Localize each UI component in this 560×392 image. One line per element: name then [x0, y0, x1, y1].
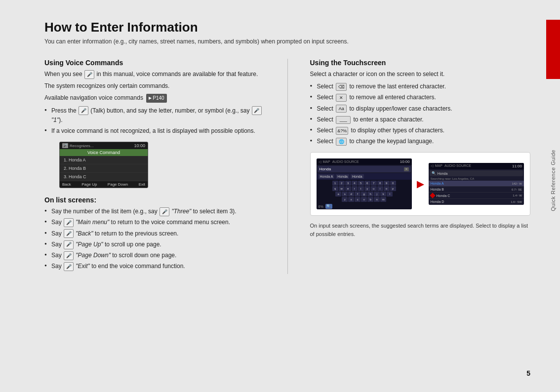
backspace-btn-icon[interactable]: ⌫ — [336, 83, 347, 91]
footer-pageup[interactable]: Page Up — [81, 182, 97, 187]
two-column-layout: Using Voice Commands When you see 🎤 in t… — [44, 59, 530, 274]
key-g[interactable]: g — [361, 192, 367, 196]
voice-screen-time: 10:00 — [134, 143, 145, 148]
ds-left-search[interactable]: Honda ✕ — [318, 166, 411, 172]
key-4[interactable]: 4 — [352, 181, 358, 186]
p140-badge[interactable]: P140 — [146, 94, 166, 103]
footer-pagedown[interactable]: Page Down — [108, 182, 128, 187]
key-b[interactable]: b — [367, 197, 373, 202]
key-p[interactable]: p — [390, 186, 396, 191]
arrow-icon: ▶ — [417, 179, 424, 190]
key-u[interactable]: u — [371, 186, 377, 191]
key-k[interactable]: k — [380, 192, 386, 196]
ds-right-search-text: Honda — [438, 172, 448, 175]
footer-back[interactable]: Back — [62, 182, 71, 187]
touch-bullet-1: Select ⌫ to remove the last entered char… — [310, 82, 531, 91]
ds-left-search-text: Honda — [320, 167, 331, 171]
voice-commands-section: Using Voice Commands When you see 🎤 in t… — [44, 59, 265, 136]
symbols-btn-icon[interactable]: &?% — [336, 127, 348, 135]
voice-screen-footer: Back Page Up Page Down Exit — [60, 181, 148, 188]
ds-key-row-4: z x c v b n m — [318, 197, 411, 202]
key-n[interactable]: n — [374, 197, 380, 202]
ds-left-nav-map-label: MAP — [323, 160, 330, 164]
key-j[interactable]: j — [374, 192, 380, 196]
key-a[interactable]: a — [335, 192, 341, 196]
ds-result-4[interactable]: Honda D 1.6↑ SW — [429, 199, 524, 205]
voice-item-2: 2. Honda B — [60, 164, 148, 173]
key-m[interactable]: m — [380, 197, 386, 202]
ds-right-search[interactable]: 🔍 Honda — [430, 170, 523, 176]
key-9[interactable]: 9 — [384, 181, 390, 186]
key-f[interactable]: f — [355, 192, 360, 196]
key-1[interactable]: 1 — [332, 181, 338, 186]
touchscreen-intro: Select a character or icon on the screen… — [310, 70, 531, 79]
voice-icon-inline: 🎤 — [84, 70, 94, 79]
key-l[interactable]: l — [387, 192, 393, 196]
ds-result-name-1: Honda A — [431, 182, 444, 185]
ds-result-dist-4: 1.6↑ SW — [511, 200, 522, 203]
key-t[interactable]: t — [358, 186, 364, 191]
ds-left-clear[interactable]: ✕ — [404, 167, 409, 171]
case-btn-icon[interactable]: Aa — [336, 105, 347, 113]
ds-suggest-2[interactable]: Honda — [336, 174, 349, 179]
key-v[interactable]: v — [361, 197, 367, 202]
key-2[interactable]: 2 — [339, 181, 345, 186]
key-6[interactable]: 6 — [364, 181, 370, 186]
ds-left-footer: 6% 🔍 — [317, 203, 412, 209]
ds-result-1[interactable]: Honda A 142↑ W — [429, 181, 524, 187]
ds-left-nav-map: ◁ — [319, 160, 321, 164]
list-bullet-list: Say the number of the list item (e.g., s… — [44, 207, 265, 271]
key-e[interactable]: e — [345, 186, 351, 191]
touchscreen-bullet-list: Select ⌫ to remove the last entered char… — [310, 82, 531, 146]
key-c[interactable]: c — [355, 197, 360, 202]
voice-item-3: 3. Honda C — [60, 173, 148, 181]
key-q[interactable]: q — [332, 186, 338, 191]
ds-left-nav-audio: AUDIO SOURCE — [332, 160, 359, 164]
ds-key-row-2: q w e r t y u i o p — [318, 186, 411, 191]
ds-result-3[interactable]: Honda C 1.4↑ W — [429, 193, 524, 199]
voice-intro: When you see 🎤 in this manual, voice com… — [44, 70, 265, 79]
key-w[interactable]: w — [339, 186, 345, 191]
key-y[interactable]: y — [364, 186, 370, 191]
demo-caption: On input search screens, the suggested s… — [310, 222, 531, 238]
clear-all-btn-icon[interactable]: ✕ — [336, 94, 347, 102]
ds-result-name-3: Honda C — [437, 194, 450, 197]
list-bullet-4: Say 🎤 "Page Up" to scroll up one page. — [44, 240, 265, 249]
say-icon-6: 🎤 — [64, 251, 74, 260]
list-bullet-6: Say 🎤 "Exit" to end the voice command fu… — [44, 262, 265, 271]
say-icon-7: 🎤 — [64, 262, 74, 271]
language-btn-icon[interactable]: 🌐 — [336, 138, 347, 146]
ds-right-nav-map: ◁ — [431, 164, 433, 168]
ds-suggest-3[interactable]: Honda — [351, 174, 364, 179]
column-divider — [287, 59, 288, 274]
key-s[interactable]: s — [342, 192, 348, 196]
voice-screen-title: Voice Command — [60, 149, 148, 156]
key-o[interactable]: o — [384, 186, 390, 191]
voice-item-1: 1. Honda A — [60, 156, 148, 164]
list-screens-section: On list screens: Say the number of the l… — [44, 196, 265, 271]
ds-result-2[interactable]: Honda B 0.7↑ SE — [429, 187, 524, 193]
right-column: Using the Touchscreen Select a character… — [310, 59, 531, 274]
ds-result-dist-1: 142↑ W — [512, 182, 522, 185]
ds-suggest-1[interactable]: Honda A — [319, 174, 335, 179]
key-0[interactable]: 0 — [390, 181, 396, 186]
key-x[interactable]: x — [348, 197, 354, 202]
list-bullet-1: Say the number of the list item (e.g., s… — [44, 207, 265, 216]
key-8[interactable]: 8 — [377, 181, 383, 186]
voice-screen-header-left: 🎤 Recognizes... — [62, 143, 93, 148]
key-z[interactable]: z — [342, 197, 348, 202]
key-7[interactable]: 7 — [371, 181, 377, 186]
ds-right-nav: ◁ MAP AUDIO SOURCE — [431, 164, 471, 168]
page-title: How to Enter Information — [44, 20, 530, 35]
say-icon-5: 🎤 — [64, 240, 74, 249]
key-r[interactable]: r — [352, 186, 358, 191]
ds-right-sub: Searching near: Los Angeles, CA — [429, 177, 524, 181]
key-d[interactable]: d — [348, 192, 354, 196]
key-i[interactable]: i — [377, 186, 383, 191]
footer-exit[interactable]: Exit — [139, 182, 145, 187]
search-btn[interactable]: 🔍 — [325, 204, 332, 209]
key-5[interactable]: 5 — [358, 181, 364, 186]
key-h[interactable]: h — [367, 192, 373, 196]
key-3[interactable]: 3 — [345, 181, 351, 186]
space-btn-icon[interactable]: ___ — [336, 116, 351, 124]
